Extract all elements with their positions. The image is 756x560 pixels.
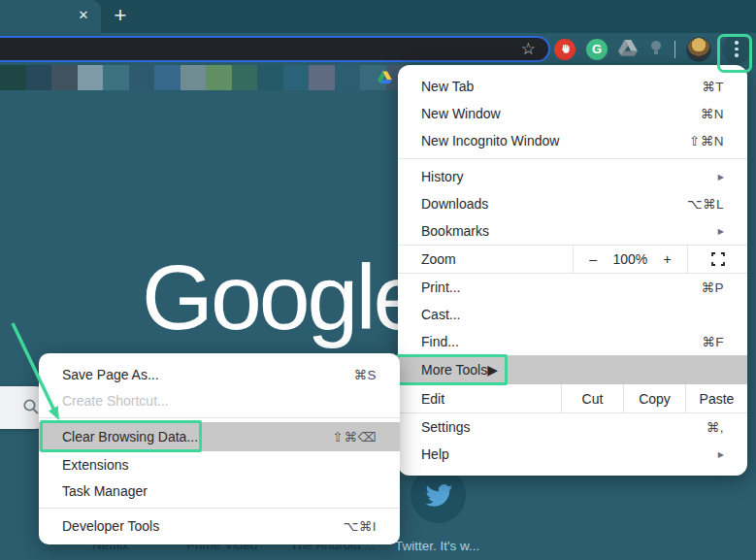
edit-copy-button[interactable]: Copy [623,384,685,412]
shortcut-tile[interactable] [0,65,26,90]
shortcut-tiles-row [0,65,411,90]
grammarly-extension-icon[interactable]: G [586,39,608,60]
submenu-item-developer-tools[interactable]: Developer Tools ⌥⌘I [39,512,400,539]
zoom-controls: – 100% + [573,246,687,273]
shortcut-tile[interactable] [78,65,104,90]
label: Extensions [62,457,377,473]
shortcut: ⌘T [702,79,724,94]
shortcut: ⇧⌘⌫ [333,429,377,445]
menu-separator [398,158,747,159]
lightbulb-extension-icon[interactable] [648,39,664,60]
menu-item-history[interactable]: History ▶ [398,163,747,190]
menu-item-print[interactable]: Print... ⌘P [398,274,747,301]
label: New Window [421,106,701,121]
menu-item-find[interactable]: Find... ⌘F [398,328,747,355]
label: Bookmarks [421,223,718,239]
toolbar: ☆ G [0,33,756,65]
label: Developer Tools [62,518,344,534]
menu-item-new-incognito-window[interactable]: New Incognito Window ⇧⌘N [398,127,747,154]
shortcut-tile[interactable] [103,65,129,90]
shortcut: ⌘F [702,334,724,349]
submenu-item-task-manager[interactable]: Task Manager [39,478,400,504]
shortcut-tile[interactable] [26,65,52,90]
menu-item-new-window[interactable]: New Window ⌘N [398,100,747,127]
shortcut-tile[interactable] [335,65,361,90]
submenu-item-create-shortcut: Create Shortcut... [39,387,400,413]
shortcut: ⌘, [707,419,724,435]
shortcut-tile[interactable] [129,65,155,90]
submenu-item-save-page-as[interactable]: Save Page As... ⌘S [39,361,400,387]
active-tab[interactable]: ✕ [0,0,101,33]
shortcut-tile[interactable] [206,65,232,90]
submenu-item-clear-browsing-data[interactable]: Clear Browsing Data... ⇧⌘⌫ [39,422,400,451]
menu-separator [39,417,400,418]
profile-avatar[interactable] [686,37,711,62]
drive-favicon-icon[interactable] [378,70,392,87]
shortcut-tile[interactable] [154,65,181,90]
menu-item-cast[interactable]: Cast... [398,301,747,328]
label: Help [421,446,718,462]
annotation-box-more-tools [396,354,508,385]
zoom-in-button[interactable]: + [664,251,672,267]
browser-window: ✕ + ☆ G Google [0,0,756,560]
shortcut: ⌘N [701,106,724,121]
address-bar[interactable]: ☆ [0,36,550,62]
submenu-arrow-icon: ▶ [718,450,724,459]
label: Settings [421,419,707,435]
shortcut-tile[interactable] [181,65,207,90]
menu-separator [39,508,400,509]
shortcut: ⌘S [353,367,377,382]
label: Save Page As... [62,367,353,382]
shortcut-tile[interactable] [283,65,310,90]
menu-item-settings[interactable]: Settings ⌘, [398,413,747,441]
submenu-arrow-icon: ▶ [718,227,724,236]
menu-item-zoom: Zoom – 100% + [398,245,747,274]
menu-item-edit: Edit Cut Copy Paste [398,384,747,413]
menu-item-help[interactable]: Help ▶ [398,441,747,468]
caption-twitter[interactable]: Twitter. It's w... [395,539,479,553]
hand-blocker-extension-icon[interactable] [554,39,575,60]
toolbar-separator [674,41,675,58]
fullscreen-button[interactable] [687,246,747,273]
zoom-out-button[interactable]: – [589,251,597,267]
shortcut-tile[interactable] [309,65,335,90]
menu-item-more-tools[interactable]: More Tools ▶ [398,355,747,384]
bookmark-star-icon[interactable]: ☆ [521,41,536,57]
edit-label: Edit [398,384,561,412]
shortcut: ⇧⌘N [689,133,724,148]
label: Task Manager [62,483,377,499]
zoom-level: 100% [612,251,647,267]
label: Print... [421,280,701,295]
submenu-item-extensions[interactable]: Extensions [39,451,400,478]
label: New Tab [421,79,702,94]
shortcut: ⌥⌘L [687,196,724,212]
shortcut: ⌥⌘I [344,518,377,534]
shortcut-tile[interactable] [257,65,283,90]
chrome-menu: New Tab ⌘T New Window ⌘N New Incognito W… [398,65,747,476]
submenu-arrow-icon: ▶ [718,173,724,181]
google-drive-extension-icon[interactable] [618,39,638,60]
tab-strip: ✕ + [0,0,756,33]
grammarly-letter: G [592,42,602,56]
tab-close-icon[interactable]: ✕ [75,7,92,24]
label: New Incognito Window [421,133,689,148]
label: Downloads [421,196,687,212]
menu-item-downloads[interactable]: Downloads ⌥⌘L [398,190,747,217]
edit-paste-button[interactable]: Paste [685,384,747,412]
menu-item-bookmarks[interactable]: Bookmarks ▶ [398,217,747,245]
zoom-label: Zoom [398,246,573,273]
label: Find... [421,334,702,349]
shortcut-tile[interactable] [232,65,258,90]
twitter-shortcut-tile[interactable] [411,468,466,523]
google-logo: Google [142,245,421,350]
more-tools-submenu: Save Page As... ⌘S Create Shortcut... Cl… [39,353,400,544]
annotation-arrow [6,317,74,426]
label: Cast... [421,307,724,322]
shortcut: ⌘P [701,280,724,295]
label: Create Shortcut... [62,393,377,409]
shortcut-tile[interactable] [51,65,78,90]
menu-item-new-tab[interactable]: New Tab ⌘T [398,73,747,100]
twitter-bird-icon [424,481,453,511]
edit-cut-button[interactable]: Cut [561,384,623,412]
new-tab-button[interactable]: + [107,3,134,30]
